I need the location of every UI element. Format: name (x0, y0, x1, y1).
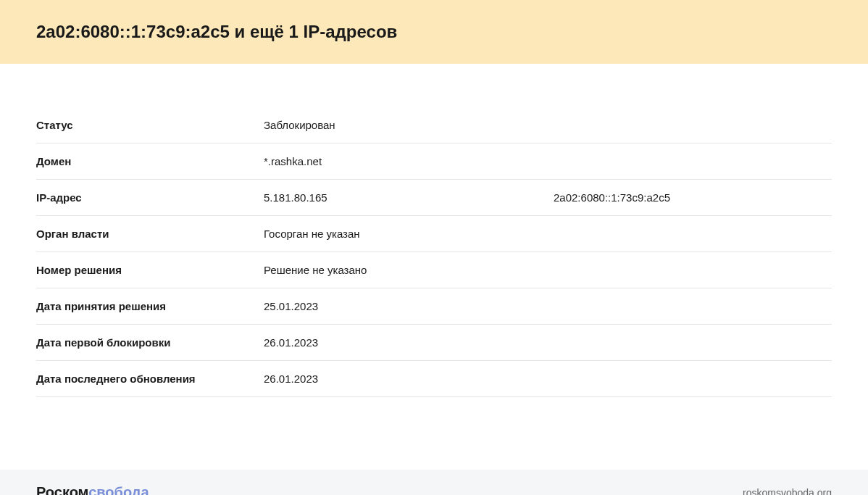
decision-date-row: Дата принятия решения 25.01.2023 (36, 288, 832, 325)
domain-label: Домен (36, 155, 264, 167)
decision-number-row: Номер решения Решение не указано (36, 252, 832, 288)
ip-values: 5.181.80.165 2a02:6080::1:73c9:a2c5 (264, 191, 832, 204)
footer-link[interactable]: roskomsvoboda.org (743, 487, 832, 496)
last-update-date-row: Дата последнего обновления 26.01.2023 (36, 361, 832, 397)
logo-part-1: Роском (36, 484, 88, 495)
status-row: Статус Заблокирован (36, 107, 832, 143)
page-title: 2a02:6080::1:73c9:a2c5 и ещё 1 IP-адресо… (36, 22, 832, 42)
authority-row: Орган власти Госорган не указан (36, 216, 832, 252)
ip-label: IP-адрес (36, 191, 264, 204)
logo[interactable]: Роскомсвобода (36, 484, 149, 495)
decision-date-value: 25.01.2023 (264, 300, 832, 312)
ip-value-1: 5.181.80.165 (264, 191, 554, 204)
logo-part-2: свобода (88, 484, 149, 495)
status-label: Статус (36, 119, 264, 131)
first-block-date-value: 26.01.2023 (264, 336, 832, 349)
domain-row: Домен *.rashka.net (36, 143, 832, 180)
authority-label: Орган власти (36, 228, 264, 240)
ip-value-2: 2a02:6080::1:73c9:a2c5 (554, 191, 670, 204)
decision-number-value: Решение не указано (264, 264, 832, 276)
status-value: Заблокирован (264, 119, 832, 131)
page-footer: Роскомсвобода roskomsvoboda.org (0, 470, 868, 495)
domain-value: *.rashka.net (264, 155, 832, 167)
decision-number-label: Номер решения (36, 264, 264, 276)
authority-value: Госорган не указан (264, 228, 832, 240)
ip-row: IP-адрес 5.181.80.165 2a02:6080::1:73c9:… (36, 180, 832, 216)
first-block-date-label: Дата первой блокировки (36, 336, 264, 349)
last-update-date-value: 26.01.2023 (264, 373, 832, 385)
decision-date-label: Дата принятия решения (36, 300, 264, 312)
content-area: Статус Заблокирован Домен *.rashka.net I… (0, 64, 868, 433)
first-block-date-row: Дата первой блокировки 26.01.2023 (36, 325, 832, 361)
last-update-date-label: Дата последнего обновления (36, 373, 264, 385)
page-header: 2a02:6080::1:73c9:a2c5 и ещё 1 IP-адресо… (0, 0, 868, 64)
